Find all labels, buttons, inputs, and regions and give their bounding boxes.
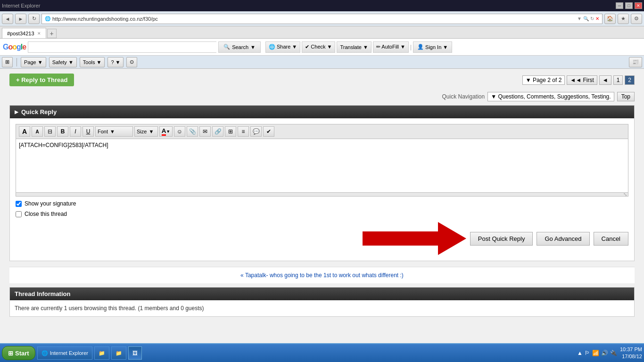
tab-close-icon[interactable]: ✕ bbox=[37, 31, 41, 36]
share-button[interactable]: 🌐 Share ▼ bbox=[265, 41, 300, 53]
rss-button[interactable]: 📰 bbox=[629, 57, 642, 67]
bold-button[interactable]: B bbox=[57, 126, 68, 137]
favorites-button[interactable]: ★ bbox=[618, 14, 629, 24]
close-thread-row: Close this thread bbox=[16, 211, 628, 217]
show-signature-label[interactable]: Show your signature bbox=[25, 200, 76, 207]
tools-button[interactable]: ⚙ bbox=[631, 14, 642, 24]
show-signature-row: Show your signature bbox=[16, 200, 628, 207]
thread-info-header: Thread Information bbox=[10, 288, 634, 300]
quick-reply-section: ▶ Quick Reply A A ⊟ B I U Font ▼ bbox=[9, 105, 635, 261]
minimize-button[interactable]: ─ bbox=[616, 2, 623, 9]
editor-toolbar: A A ⊟ B I U Font ▼ Size ▼ A bbox=[16, 124, 628, 139]
refresh-button[interactable]: ↻ bbox=[28, 14, 40, 24]
tab-active[interactable]: #post34213 ✕ bbox=[2, 28, 46, 38]
title-bar-left: Internet Explorer bbox=[2, 3, 40, 8]
toolbar-separator bbox=[17, 58, 17, 66]
show-signature-checkbox[interactable] bbox=[16, 201, 22, 207]
reply-to-thread-button[interactable]: + Reply to Thread bbox=[9, 74, 74, 86]
quick-nav-dropdown[interactable]: ▼ Questions, Comments, Suggestions, Test… bbox=[487, 92, 614, 101]
home-button[interactable]: 🏠 bbox=[604, 14, 616, 24]
go-advanced-button[interactable]: Go Advanced bbox=[537, 232, 589, 246]
red-arrow-svg bbox=[363, 222, 466, 255]
google-search-input[interactable] bbox=[28, 41, 216, 53]
nav-link-bar: « Tapatalk- whos going to be the 1st to … bbox=[9, 267, 635, 283]
quick-navigation-bar: Quick Navigation ▼ Questions, Comments, … bbox=[9, 92, 635, 101]
link-button[interactable]: 🔗 bbox=[212, 126, 223, 137]
page-menu-button[interactable]: Page ▼ bbox=[21, 57, 46, 67]
tools-menu-button[interactable]: Tools ▼ bbox=[80, 57, 105, 67]
font-dropdown[interactable]: Font ▼ bbox=[95, 126, 133, 137]
size-dropdown-arrow: ▼ bbox=[149, 129, 154, 134]
remove-format-button[interactable]: ⊟ bbox=[44, 126, 56, 137]
email-button[interactable]: ✉ bbox=[199, 126, 211, 137]
maximize-button[interactable]: □ bbox=[625, 2, 633, 9]
google-logo: Google bbox=[3, 43, 26, 51]
stop-icon[interactable]: ✕ bbox=[595, 16, 599, 21]
search-dropdown-icon: ▼ bbox=[250, 44, 256, 50]
quick-nav-label: Quick Navigation bbox=[442, 93, 485, 100]
underline-button[interactable]: U bbox=[83, 126, 94, 137]
reply-header: + Reply to Thread ▼ Page 2 of 2 ◄◄ First… bbox=[9, 74, 635, 86]
navigation-bar: ◄ ► ↻ 🌐 http://www.nzhuntingandshooting.… bbox=[0, 11, 644, 26]
pagination: ▼ Page 2 of 2 ◄◄ First ◄ 1 2 bbox=[522, 75, 635, 85]
quote-button[interactable]: 💬 bbox=[250, 126, 262, 137]
address-bar[interactable]: 🌐 http://www.nzhuntingandshooting.co.nz/… bbox=[41, 14, 603, 24]
list-button[interactable]: ≡ bbox=[238, 126, 249, 137]
forward-button[interactable]: ► bbox=[15, 14, 26, 24]
safety-menu-button[interactable]: Safety ▼ bbox=[49, 57, 77, 67]
spell-check-button[interactable]: ✔ bbox=[263, 126, 274, 137]
url-text: http://www.nzhuntingandshooting.co.nz/f3… bbox=[52, 16, 575, 22]
collapse-icon[interactable]: ▶ bbox=[15, 109, 18, 115]
resize-icon: ⤡ bbox=[623, 192, 627, 197]
window-title: Internet Explorer bbox=[2, 3, 40, 8]
editor-textarea[interactable] bbox=[16, 139, 628, 191]
page-1-button[interactable]: 1 bbox=[613, 75, 623, 85]
back-button[interactable]: ◄ bbox=[2, 14, 13, 24]
tab-bar: #post34213 ✕ + bbox=[0, 26, 644, 39]
page-content: + Reply to Thread ▼ Page 2 of 2 ◄◄ First… bbox=[0, 69, 644, 343]
quick-reply-header: ▶ Quick Reply bbox=[10, 106, 634, 118]
action-row: Post Quick Reply Go Advanced Cancel bbox=[16, 222, 628, 255]
address-dropdown-icon[interactable]: ▼ bbox=[577, 16, 582, 21]
thread-info-section: Thread Information There are currently 1… bbox=[9, 287, 635, 317]
help-button[interactable]: ? ▼ bbox=[107, 57, 124, 67]
post-quick-reply-button[interactable]: Post Quick Reply bbox=[470, 232, 533, 246]
editor-area-wrap: ⤡ bbox=[16, 139, 628, 197]
favorites-star-button[interactable]: ⊞ bbox=[2, 57, 13, 67]
translate-button[interactable]: Translate ▼ bbox=[337, 41, 371, 53]
resize-handle[interactable]: ⤡ bbox=[16, 192, 628, 196]
prev-page-button[interactable]: ◄ bbox=[599, 75, 611, 85]
search-icon[interactable]: 🔍 bbox=[583, 16, 589, 21]
check-button[interactable]: ✔ Check ▼ bbox=[302, 41, 335, 53]
close-thread-label[interactable]: Close this thread bbox=[25, 211, 67, 217]
ie-toolbar: ⊞ Page ▼ Safety ▼ Tools ▼ ? ▼ ⊙ 📰 bbox=[0, 56, 644, 69]
color-dropdown-icon[interactable]: ▼ bbox=[166, 129, 170, 134]
font-dropdown-arrow: ▼ bbox=[110, 129, 115, 134]
new-tab-button[interactable]: + bbox=[47, 29, 57, 38]
user-icon: 👤 bbox=[417, 44, 424, 50]
nav-link[interactable]: « Tapatalk- whos going to be the 1st to … bbox=[240, 272, 404, 279]
google-search-button[interactable]: 🔍 Search ▼ bbox=[218, 41, 261, 53]
font-color-button[interactable]: A ▼ bbox=[159, 126, 173, 137]
table-button[interactable]: ⊞ bbox=[225, 126, 236, 137]
tab-label: #post34213 bbox=[7, 31, 34, 36]
font-decrease-button[interactable]: A bbox=[32, 126, 43, 137]
top-button[interactable]: Top bbox=[617, 92, 635, 101]
attach-button[interactable]: 📎 bbox=[187, 126, 198, 137]
page-2-button[interactable]: 2 bbox=[625, 75, 635, 85]
font-increase-button[interactable]: A bbox=[19, 126, 30, 137]
emoji-button[interactable]: ☺ bbox=[174, 126, 185, 137]
italic-button[interactable]: I bbox=[70, 126, 81, 137]
thread-info-body: There are currently 1 users browsing thi… bbox=[10, 300, 634, 316]
autofill-button[interactable]: ✏ AutoFill ▼ bbox=[373, 41, 409, 53]
first-page-button[interactable]: ◄◄ First bbox=[567, 75, 597, 85]
refresh-small-icon[interactable]: ↻ bbox=[590, 16, 594, 21]
google-toolbar-icons: 🌐 Share ▼ ✔ Check ▼ Translate ▼ ✏ AutoFi… bbox=[265, 41, 452, 53]
sign-in-button[interactable]: 👤 Sign In ▼ bbox=[413, 41, 452, 53]
cancel-button[interactable]: Cancel bbox=[594, 232, 628, 246]
size-dropdown[interactable]: Size ▼ bbox=[134, 126, 158, 137]
compat-button[interactable]: ⊙ bbox=[126, 57, 137, 67]
page-dropdown-button[interactable]: ▼ Page 2 of 2 bbox=[522, 75, 565, 85]
close-thread-checkbox[interactable] bbox=[16, 211, 22, 217]
close-button[interactable]: ✕ bbox=[635, 2, 642, 9]
